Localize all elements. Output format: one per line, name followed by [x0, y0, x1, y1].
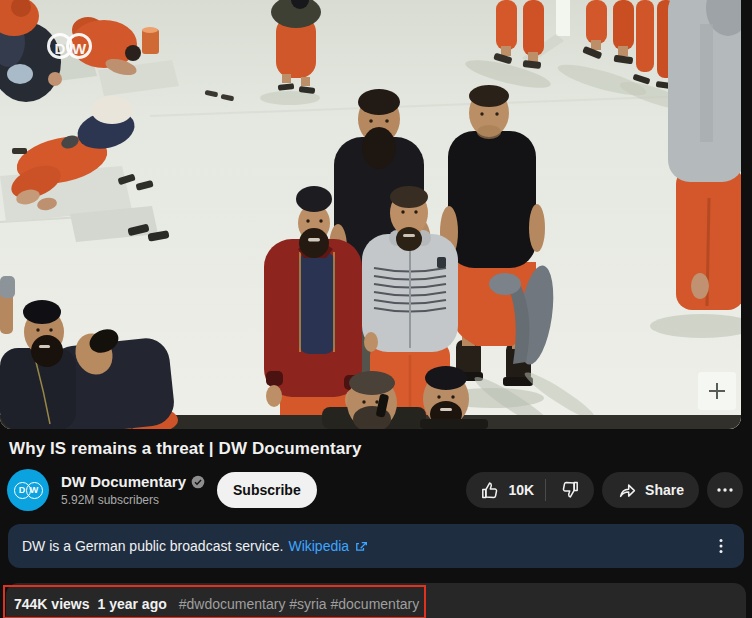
- views-count: 744K views: [14, 596, 90, 612]
- share-button[interactable]: Share: [602, 472, 699, 508]
- description-box[interactable]: 744K views1 year ago#dwdocumentary #syri…: [6, 583, 746, 618]
- wikipedia-link-label: Wikipedia: [288, 538, 349, 554]
- dislike-button[interactable]: [546, 472, 594, 508]
- ellipsis-horizontal-icon: [715, 480, 735, 500]
- channel-avatar[interactable]: D W: [7, 469, 49, 511]
- video-player[interactable]: D W: [0, 0, 741, 429]
- thumbs-up-icon: [480, 480, 500, 500]
- wikipedia-link[interactable]: Wikipedia: [288, 538, 367, 554]
- subscribe-button[interactable]: Subscribe: [217, 472, 317, 508]
- video-title: Why IS remains a threat | DW Documentary: [9, 437, 739, 461]
- dw-watermark-logo[interactable]: D W: [47, 33, 92, 59]
- plus-overlay-button[interactable]: [698, 372, 736, 410]
- publish-date: 1 year ago: [98, 596, 167, 612]
- info-banner: DW is a German public broadcast service.…: [8, 524, 744, 568]
- like-button[interactable]: 10K: [466, 472, 545, 508]
- dw-logo-w: W: [66, 33, 92, 59]
- avatar-dw-logo-w: W: [26, 482, 43, 499]
- video-scene-illustration: [0, 0, 741, 429]
- banner-menu-button[interactable]: [706, 531, 736, 561]
- verified-badge-icon: [191, 475, 205, 489]
- hashtags[interactable]: #dwdocumentary #syria #documentary: [179, 596, 419, 612]
- plus-icon: [706, 380, 728, 402]
- share-icon: [617, 480, 637, 500]
- channel-row: D W DW Documentary 5.92M subscribers Sub…: [7, 469, 317, 511]
- subscriber-count: 5.92M subscribers: [61, 493, 209, 507]
- like-dislike-pill: 10K: [466, 472, 594, 508]
- like-count: 10K: [508, 482, 534, 498]
- action-bar: 10K Share: [466, 472, 743, 508]
- banner-text: DW is a German public broadcast service.: [22, 538, 283, 554]
- channel-name[interactable]: DW Documentary: [61, 473, 186, 490]
- share-label: Share: [645, 482, 684, 498]
- channel-meta: DW Documentary 5.92M subscribers: [61, 473, 209, 507]
- more-actions-button[interactable]: [707, 472, 743, 508]
- external-link-icon: [354, 540, 367, 553]
- thumbs-down-icon: [560, 480, 580, 500]
- ellipsis-vertical-icon: [712, 537, 730, 555]
